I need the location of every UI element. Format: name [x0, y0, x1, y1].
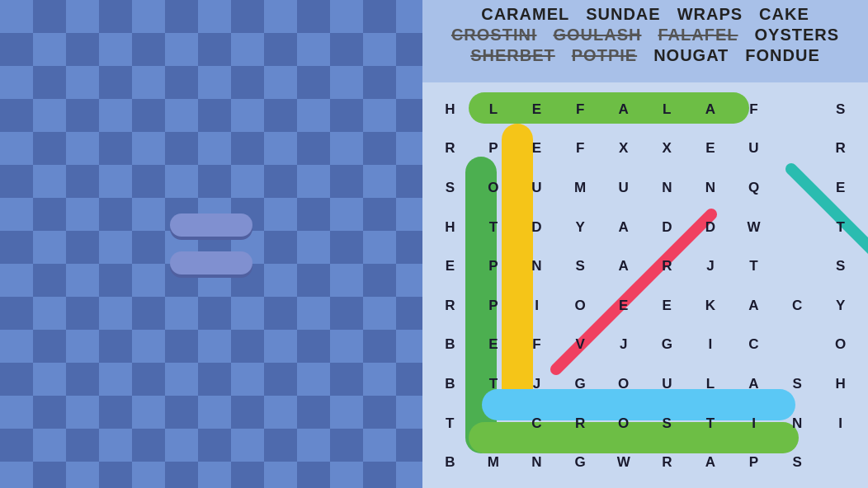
grid-cell-r9-c5: R	[646, 443, 688, 481]
grid-cell-r4-c1: P	[473, 247, 515, 285]
grid-cell-r5-c2: I	[516, 287, 558, 325]
grid-cell-r0-c2: E	[516, 91, 558, 129]
grid-cell-r9-c7: P	[733, 443, 775, 481]
grid-cell-r0-c3: F	[559, 91, 601, 129]
grid-cell-r1-c7: U	[733, 130, 775, 168]
grid-cell-r0-c4: A	[602, 91, 644, 129]
grid-cell-r4-c4: A	[602, 247, 644, 285]
grid-cell-r1-c1: P	[473, 130, 515, 168]
grid-cell-r3-c5: D	[646, 209, 688, 246]
grid-cell-r4-c0: E	[429, 247, 471, 285]
grid-cell-r8-c1	[473, 405, 515, 443]
word-crostini: CROSTINI	[451, 26, 537, 45]
word-sherbet: SHERBET	[470, 46, 555, 65]
grid-cell-r8-c0: T	[429, 405, 471, 443]
grid-cell-r0-c0: H	[429, 91, 471, 129]
word-nougat: NOUGAT	[653, 46, 729, 65]
grid-cell-r1-c6: E	[690, 130, 732, 168]
grid-cell-r9-c6: A	[690, 443, 732, 481]
grid-cell-r4-c3: S	[559, 247, 601, 285]
grid-cell-r6-c6: I	[690, 326, 732, 364]
grid-cell-r9-c0: B	[429, 443, 471, 481]
grid-cell-r4-c5: R	[646, 247, 688, 285]
word-sundae: SUNDAE	[586, 5, 660, 24]
word-potpie: POTPIE	[572, 46, 637, 65]
grid-cell-r2-c4: U	[602, 169, 644, 207]
grid-cell-r7-c9: H	[819, 365, 861, 403]
grid-cell-r9-c1: M	[473, 443, 515, 481]
grid-cell-r0-c7: F	[733, 91, 775, 129]
word-fondue: FONDUE	[745, 46, 819, 65]
grid-cell-r2-c3: M	[559, 169, 601, 207]
grid-cell-r4-c9: S	[819, 247, 861, 285]
grid-cell-r5-c5: E	[646, 287, 688, 325]
grid-cell-r2-c0: S	[429, 169, 471, 207]
grid-cell-r9-c3: G	[559, 443, 601, 481]
grid-cell-r1-c3: F	[559, 130, 601, 168]
grid-cell-r0-c6: A	[690, 91, 732, 129]
grid-cell-r8-c5: S	[646, 405, 688, 443]
grid-cell-r3-c7: W	[733, 209, 775, 246]
word-row-2: CROSTINI GOULASH FALAFEL OYSTERS	[431, 26, 860, 45]
grid-cell-r6-c2: F	[516, 326, 558, 364]
grid-cell-r9-c8: S	[776, 443, 818, 481]
grid-cell-r2-c9: E	[819, 169, 861, 207]
grid-cell-r0-c8	[776, 91, 818, 129]
word-wraps: WRAPS	[677, 5, 743, 24]
grid-cell-r8-c2: C	[516, 405, 558, 443]
grid-cell-r7-c5: U	[646, 365, 688, 403]
grid-cell-r8-c4: O	[602, 405, 644, 443]
grid-cell-r3-c6: D	[690, 209, 732, 246]
grid-cell-r6-c4: J	[602, 326, 644, 364]
word-goulash: GOULASH	[553, 26, 641, 45]
word-caramel: CARAMEL	[481, 5, 569, 24]
grid-cell-r0-c5: L	[646, 91, 688, 129]
grid-cell-r5-c4: E	[602, 287, 644, 325]
grid-cell-r6-c1: E	[473, 326, 515, 364]
word-row-3: SHERBET POTPIE NOUGAT FONDUE	[431, 46, 860, 65]
grid-cell-r5-c9: Y	[819, 287, 861, 325]
grid-cell-r2-c7: Q	[733, 169, 775, 207]
grid-cell-r3-c3: Y	[559, 209, 601, 246]
word-oysters: OYSTERS	[754, 26, 839, 45]
grid-cell-r7-c8: S	[776, 365, 818, 403]
relax-badge	[170, 214, 252, 237]
grid-cell-r5-c0: R	[429, 287, 471, 325]
grid-cell-r2-c2: U	[516, 169, 558, 207]
grid-cell-r8-c9: I	[819, 405, 861, 443]
grid-cell-r4-c7: T	[733, 247, 775, 285]
grid-cell-r0-c9: S	[819, 91, 861, 129]
grid-cell-r7-c4: O	[602, 365, 644, 403]
grid-cell-r8-c8: N	[776, 405, 818, 443]
grid-cell-r2-c8	[776, 169, 818, 207]
grid-cell-r8-c3: R	[559, 405, 601, 443]
grid-cell-r3-c4: A	[602, 209, 644, 246]
word-row-1: CARAMEL SUNDAE WRAPS CAKE	[431, 5, 860, 24]
grid-cell-r7-c1: T	[473, 365, 515, 403]
grid-cell-r1-c2: E	[516, 130, 558, 168]
grid-cell-r6-c7: C	[733, 326, 775, 364]
grid-area: HLEFALAFSRPEFXXEURSOUMUNNQEHTDYADDWTEPNS…	[422, 82, 868, 488]
grid-cell-r3-c0: H	[429, 209, 471, 246]
grid-cell-r7-c7: A	[733, 365, 775, 403]
grid-cell-r7-c2: J	[516, 365, 558, 403]
grid-cell-r0-c1: L	[473, 91, 515, 129]
grid-cell-r5-c6: K	[690, 287, 732, 325]
grid-cell-r4-c8	[776, 247, 818, 285]
grid-cell-r6-c9: O	[819, 326, 861, 364]
grid-cell-r6-c5: G	[646, 326, 688, 364]
grid-cell-r2-c1: O	[473, 169, 515, 207]
grid-cell-r7-c3: G	[559, 365, 601, 403]
grid-cell-r5-c7: A	[733, 287, 775, 325]
grid-cell-r3-c2: D	[516, 209, 558, 246]
grid-cell-r3-c1: T	[473, 209, 515, 246]
word-falafel: FALAFEL	[658, 26, 738, 45]
and-play-badge	[170, 251, 252, 274]
grid-cell-r1-c8	[776, 130, 818, 168]
grid-cell-r6-c3: V	[559, 326, 601, 364]
grid-cell-r2-c5: N	[646, 169, 688, 207]
word-list-area: CARAMEL SUNDAE WRAPS CAKE CROSTINI GOULA…	[422, 0, 868, 82]
grid-cell-r6-c8	[776, 326, 818, 364]
grid-cell-r1-c9: R	[819, 130, 861, 168]
grid-cell-r4-c2: N	[516, 247, 558, 285]
